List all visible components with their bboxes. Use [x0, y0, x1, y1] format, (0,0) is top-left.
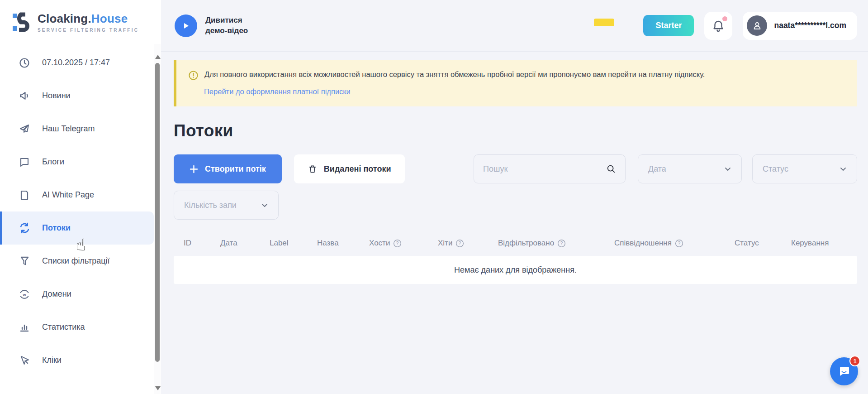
- chevron-down-icon: [724, 165, 731, 173]
- date-filter-dropdown[interactable]: Дата: [638, 154, 742, 183]
- scrollbar-down-arrow[interactable]: [155, 386, 161, 390]
- svg-text:?: ?: [396, 241, 399, 246]
- svg-text:w: w: [22, 292, 26, 297]
- per-page-dropdown[interactable]: Кількість запи: [174, 191, 279, 220]
- per-page-row: Кількість запи: [174, 191, 857, 220]
- trash-icon: [308, 164, 317, 173]
- sidebar-item-label: Новини: [42, 91, 71, 101]
- sidebar-item-domains[interactable]: w Домени: [0, 278, 161, 311]
- content: Для повного використання всіх можливосте…: [161, 52, 868, 284]
- chevron-down-icon: [840, 165, 847, 173]
- demo-video-label: Дивитися демо-відео: [205, 15, 262, 35]
- column-header-actions: Керування: [781, 239, 857, 248]
- funnel-icon: [19, 255, 30, 267]
- sidebar-item-telegram[interactable]: Наш Telegram: [0, 112, 161, 145]
- plus-icon: [190, 165, 198, 173]
- sidebar-item-label: Блоги: [42, 157, 64, 167]
- logo-text: Cloaking.House: [38, 12, 139, 26]
- cloaking-house-logo-icon: [12, 12, 32, 33]
- search-box[interactable]: [474, 154, 626, 183]
- plan-badge[interactable]: Starter: [643, 15, 694, 36]
- sidebar-item-filter-lists[interactable]: Списки фільтрації: [0, 245, 161, 278]
- toolbar: Створити потік Видалені потоки Дата Стат…: [174, 154, 857, 183]
- trial-warning-banner: Для повного використання всіх можливосте…: [174, 60, 857, 106]
- status-filter-dropdown[interactable]: Статус: [752, 154, 857, 183]
- sync-icon: [19, 222, 30, 234]
- main-area: Дивитися демо-відео Starter naata*******…: [161, 0, 868, 394]
- chat-bubble-icon: [19, 156, 30, 168]
- search-icon: [606, 164, 616, 174]
- svg-text:?: ?: [459, 241, 461, 246]
- banner-text: Для повного використання всіх можливосте…: [204, 69, 705, 80]
- watch-demo-video-button[interactable]: Дивитися демо-відео: [175, 14, 262, 37]
- megaphone-icon: [19, 90, 30, 102]
- table-empty-state: Немає даних для відображення.: [174, 256, 857, 284]
- chat-smile-icon: [837, 365, 851, 378]
- svg-text:?: ?: [560, 241, 563, 246]
- bar-chart-icon: [19, 322, 30, 333]
- help-icon[interactable]: ?: [393, 239, 402, 248]
- search-input[interactable]: [483, 164, 606, 174]
- sidebar-item-datetime[interactable]: 07.10.2025 / 17:47: [0, 46, 161, 79]
- logo[interactable]: Cloaking.House SERVICE FILTERING TRAFFIC: [0, 0, 161, 40]
- sidebar-item-label: Наш Telegram: [42, 124, 95, 134]
- logo-tagline: SERVICE FILTERING TRAFFIC: [38, 28, 139, 33]
- document-icon: [19, 189, 30, 201]
- scrollbar-up-arrow[interactable]: [155, 55, 161, 59]
- table-header-row: ID Дата Label Назва Хости ? Хіти ? Відфі…: [174, 232, 857, 256]
- sidebar-item-ai-white-page[interactable]: AI White Page: [0, 178, 161, 211]
- user-email: naata**********l.com: [774, 21, 846, 30]
- column-header-ratio: Співвідношення ?: [604, 239, 725, 248]
- chat-unread-badge: 1: [849, 356, 860, 366]
- column-header-date: Дата: [210, 239, 260, 248]
- sidebar-item-label: AI White Page: [42, 190, 94, 200]
- column-header-name: Назва: [307, 239, 359, 248]
- sidebar-item-label: Списки фільтрації: [42, 256, 110, 266]
- column-header-filtered: Відфільтровано ?: [488, 239, 604, 248]
- help-icon[interactable]: ?: [557, 239, 566, 248]
- sidebar: Cloaking.House SERVICE FILTERING TRAFFIC…: [0, 0, 161, 394]
- user-avatar-icon: [747, 15, 767, 36]
- ukraine-flag-icon[interactable]: [594, 19, 614, 33]
- column-header-label: Label: [260, 239, 307, 248]
- help-icon[interactable]: ?: [675, 239, 683, 248]
- clock-icon: [19, 57, 30, 69]
- domain-www-icon: w: [19, 288, 30, 300]
- help-icon[interactable]: ?: [455, 239, 464, 248]
- sidebar-item-blogs[interactable]: Блоги: [0, 145, 161, 178]
- upgrade-subscription-link[interactable]: Перейти до оформлення платної підписки: [204, 87, 351, 96]
- create-stream-button[interactable]: Створити потік: [174, 154, 282, 183]
- sidebar-item-label: 07.10.2025 / 17:47: [42, 58, 110, 67]
- page-title: Потоки: [174, 121, 857, 140]
- column-header-status: Статус: [725, 239, 781, 248]
- sidebar-item-streams[interactable]: Потоки: [0, 211, 154, 245]
- sidebar-item-label: Статистика: [42, 322, 85, 332]
- sidebar-item-clicks[interactable]: Кліки: [0, 344, 161, 377]
- warning-icon: [188, 70, 199, 81]
- svg-text:?: ?: [678, 241, 681, 246]
- play-icon[interactable]: [175, 14, 197, 37]
- column-header-id: ID: [174, 239, 210, 248]
- scrollbar-thumb[interactable]: [155, 63, 160, 362]
- column-header-hosts: Хости ?: [359, 239, 428, 248]
- notifications-button[interactable]: [704, 12, 732, 40]
- sidebar-item-statistics[interactable]: Статистика: [0, 311, 161, 344]
- sidebar-item-label: Кліки: [42, 356, 62, 365]
- chat-widget-button[interactable]: 1: [830, 357, 858, 385]
- deleted-streams-button[interactable]: Видалені потоки: [294, 154, 405, 183]
- column-header-hits: Хіти ?: [428, 239, 488, 248]
- sidebar-item-label: Домени: [42, 289, 71, 299]
- sidebar-nav: 07.10.2025 / 17:47 Новини Наш Telegram Б…: [0, 46, 161, 377]
- telegram-icon: [19, 123, 30, 135]
- header-right-group: Starter naata**********l.com: [594, 12, 857, 40]
- sidebar-item-label: Потоки: [42, 223, 71, 233]
- sidebar-item-news[interactable]: Новини: [0, 79, 161, 112]
- user-menu[interactable]: naata**********l.com: [743, 12, 857, 40]
- chevron-down-icon: [261, 202, 268, 209]
- cursor-icon: [19, 355, 30, 366]
- sidebar-scrollbar[interactable]: [154, 44, 161, 394]
- top-header: Дивитися демо-відео Starter naata*******…: [161, 0, 868, 52]
- notification-dot: [722, 16, 727, 21]
